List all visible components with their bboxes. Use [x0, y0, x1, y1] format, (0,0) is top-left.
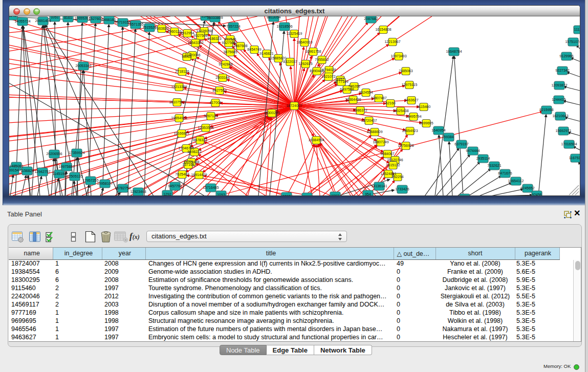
svg-text:19756928: 19756928 [398, 144, 413, 147]
svg-text:1244415: 1244415 [552, 98, 565, 101]
svg-text:1640954: 1640954 [431, 128, 445, 132]
svg-text:12213967: 12213967 [384, 40, 400, 43]
svg-text:8960126: 8960126 [167, 30, 181, 33]
svg-text:2867608: 2867608 [233, 44, 247, 48]
svg-text:1051: 1051 [51, 16, 59, 19]
svg-text:8912954: 8912954 [180, 31, 194, 35]
svg-text:19218506: 19218506 [276, 25, 292, 28]
svg-text:16648784: 16648784 [446, 50, 462, 53]
svg-text:10025438: 10025438 [393, 109, 408, 113]
svg-text:7955812: 7955812 [315, 58, 329, 61]
svg-text:8161: 8161 [64, 16, 72, 19]
svg-text:10688609: 10688609 [366, 130, 382, 134]
svg-text:9474444: 9474444 [466, 149, 480, 152]
svg-text:8471676: 8471676 [498, 171, 512, 175]
svg-text:18640910: 18640910 [296, 40, 312, 44]
svg-text:2087682: 2087682 [364, 17, 378, 20]
svg-text:6379197: 6379197 [454, 142, 468, 146]
svg-text:20691406: 20691406 [35, 19, 51, 23]
svg-text:16782759: 16782759 [115, 186, 130, 190]
svg-text:20364436: 20364436 [345, 98, 361, 101]
svg-text:11121: 11121 [574, 28, 580, 31]
svg-text:12353594: 12353594 [198, 126, 213, 129]
svg-text:7625402: 7625402 [175, 172, 189, 176]
svg-text:8678332: 8678332 [193, 138, 207, 142]
svg-text:1485061: 1485061 [9, 164, 23, 168]
svg-text:13495794: 13495794 [405, 115, 421, 118]
svg-text:15692971: 15692971 [555, 129, 571, 133]
svg-text:13226058: 13226058 [196, 29, 212, 33]
svg-text:6466160: 6466160 [102, 18, 116, 21]
svg-text:1545: 1545 [9, 16, 16, 17]
svg-text:18724007: 18724007 [286, 104, 302, 107]
svg-text:19654923: 19654923 [402, 129, 418, 133]
svg-text:18807249: 18807249 [373, 140, 388, 144]
svg-text:6699695: 6699695 [419, 121, 433, 125]
svg-text:8215958: 8215958 [539, 108, 553, 112]
svg-text:1093: 1093 [217, 193, 225, 195]
svg-text:12923448: 12923448 [130, 190, 146, 193]
svg-text:14136141: 14136141 [371, 184, 387, 188]
svg-text:954: 954 [365, 192, 371, 195]
svg-text:20053346: 20053346 [75, 64, 91, 68]
svg-text:1527602: 1527602 [89, 17, 102, 20]
svg-text:7485063: 7485063 [399, 69, 412, 73]
svg-text:7986372: 7986372 [353, 108, 367, 112]
svg-text:15716485: 15716485 [203, 186, 219, 189]
svg-text:12942757: 12942757 [34, 170, 50, 173]
svg-text:62160: 62160 [385, 101, 396, 105]
svg-text:12975115: 12975115 [402, 83, 418, 86]
svg-text:16033809: 16033809 [207, 16, 223, 19]
svg-text:15885820: 15885820 [270, 56, 286, 60]
svg-text:15720407: 15720407 [361, 119, 377, 122]
svg-text:12213389: 12213389 [171, 85, 187, 89]
svg-text:15751074: 15751074 [565, 40, 580, 43]
svg-text:9463627: 9463627 [404, 98, 418, 102]
svg-text:2935114: 2935114 [476, 157, 490, 160]
svg-text:10973493: 10973493 [390, 54, 406, 58]
svg-text:1167533: 1167533 [569, 156, 580, 160]
svg-text:8813054: 8813054 [267, 16, 280, 19]
svg-text:11325419: 11325419 [287, 32, 302, 35]
svg-text:954: 954 [304, 195, 310, 195]
svg-text:10655267: 10655267 [74, 16, 90, 20]
svg-text:9777169: 9777169 [334, 80, 348, 83]
svg-text:9146821: 9146821 [259, 52, 273, 55]
svg-text:17957255: 17957255 [82, 179, 98, 182]
svg-text:811546: 811546 [225, 37, 236, 41]
svg-text:1615132: 1615132 [386, 163, 400, 167]
svg-text:39154: 39154 [9, 168, 19, 172]
svg-text:19654923: 19654923 [171, 116, 187, 120]
svg-text:7663822: 7663822 [155, 27, 168, 30]
svg-text:16543362: 16543362 [187, 41, 203, 45]
svg-text:9129966: 9129966 [559, 54, 573, 58]
svg-text:10807487: 10807487 [371, 96, 386, 100]
svg-text:9498222: 9498222 [187, 150, 201, 154]
svg-text:1621072: 1621072 [321, 75, 335, 78]
svg-text:2718126: 2718126 [175, 70, 189, 73]
svg-text:8186323: 8186323 [207, 37, 221, 40]
svg-text:1262615: 1262615 [298, 62, 312, 65]
svg-text:252254: 252254 [391, 175, 403, 179]
svg-text:9242848: 9242848 [219, 62, 232, 66]
svg-text:16120746: 16120746 [387, 158, 403, 162]
svg-text:18300295: 18300295 [264, 111, 279, 115]
svg-text:20206556: 20206556 [46, 152, 62, 156]
svg-text:2803144: 2803144 [215, 76, 229, 79]
svg-text:3875685: 3875685 [223, 50, 237, 54]
svg-text:19166827: 19166827 [173, 132, 189, 135]
svg-text:9115460: 9115460 [417, 105, 431, 108]
svg-text:16210643: 16210643 [552, 114, 568, 118]
svg-text:417004: 417004 [209, 101, 221, 104]
svg-text:17359924: 17359924 [69, 151, 84, 155]
svg-text:16154808: 16154808 [375, 28, 391, 31]
svg-text:9457791: 9457791 [168, 184, 182, 188]
svg-text:9245652: 9245652 [520, 186, 534, 190]
svg-text:9327503: 9327503 [193, 34, 207, 37]
svg-text:3624554: 3624554 [359, 91, 373, 94]
svg-text:16914479: 16914479 [191, 173, 207, 177]
svg-text:8454749: 8454749 [247, 48, 261, 51]
svg-text:19975887: 19975887 [58, 165, 74, 168]
svg-text:6497568: 6497568 [340, 87, 354, 91]
svg-text:10958107: 10958107 [97, 182, 113, 185]
